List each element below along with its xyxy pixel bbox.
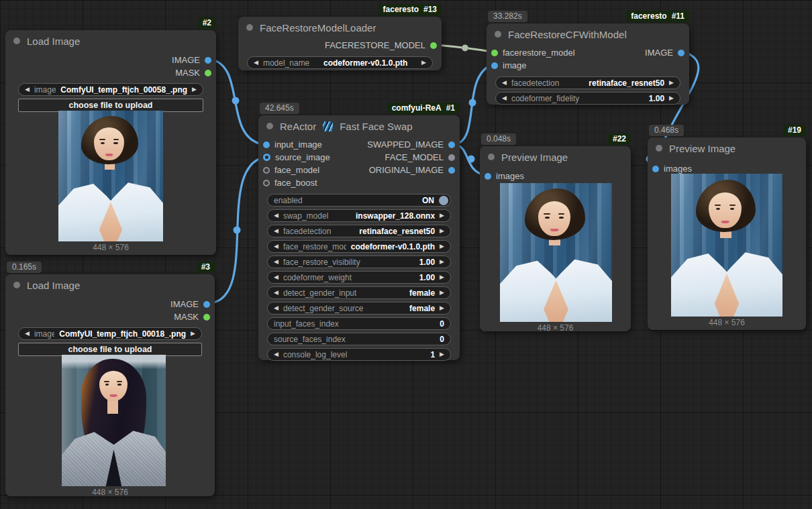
- prev-arrow-icon[interactable]: ◀: [25, 331, 30, 337]
- node-preview-image-19[interactable]: 0.468s #19 Preview Image images: [648, 137, 806, 330]
- node-load-image-2[interactable]: #2 Load Image IMAGE MASK ◀ image: [5, 30, 216, 255]
- node-title-bar[interactable]: Preview Image: [648, 137, 806, 158]
- output-port-icon[interactable]: [678, 50, 684, 56]
- next-arrow-icon[interactable]: ▶: [440, 243, 444, 249]
- node-title-bar[interactable]: FaceRestoreModelLoader: [238, 17, 442, 37]
- collapse-dot-icon[interactable]: [488, 154, 495, 160]
- input-port-icon[interactable]: [263, 180, 270, 186]
- input-face-model[interactable]: face_model: [258, 165, 319, 175]
- collapse-dot-icon[interactable]: [656, 145, 662, 152]
- wire-midpoint-dot[interactable]: [234, 227, 241, 234]
- toggle-knob-icon[interactable]: [439, 196, 448, 205]
- wire-midpoint-dot[interactable]: [468, 156, 475, 163]
- prev-arrow-icon[interactable]: ◀: [274, 213, 278, 219]
- input-face-boost[interactable]: face_boost: [258, 178, 317, 188]
- node-graph-canvas[interactable]: #2 Load Image IMAGE MASK ◀ image: [0, 0, 812, 509]
- next-arrow-icon[interactable]: ▶: [440, 305, 444, 311]
- prev-arrow-icon[interactable]: ◀: [502, 80, 507, 86]
- input-input-image[interactable]: input_image: [258, 139, 322, 150]
- input-facerestore-model[interactable]: facerestore_model: [487, 48, 575, 58]
- output-port-icon[interactable]: [205, 70, 211, 76]
- prev-arrow-icon[interactable]: ◀: [502, 95, 507, 101]
- input-port-icon[interactable]: [491, 62, 498, 69]
- prev-arrow-icon[interactable]: ◀: [274, 228, 278, 234]
- node-load-image-3[interactable]: 0.165s #3 Load Image IMAGE MASK ◀: [5, 274, 215, 496]
- prev-arrow-icon[interactable]: ◀: [254, 60, 258, 66]
- next-arrow-icon[interactable]: ▶: [191, 331, 195, 337]
- node-facerestore-cf-with-model[interactable]: 33.282s faceresto #11 FaceRestoreCFWithM…: [487, 23, 689, 105]
- prev-arrow-icon[interactable]: ◀: [274, 290, 278, 296]
- collapse-dot-icon[interactable]: [246, 24, 253, 31]
- facedetection-widget[interactable]: ◀ facedetection retinaface_resnet50 ▶: [495, 76, 680, 89]
- next-arrow-icon[interactable]: ▶: [440, 274, 444, 280]
- collapse-dot-icon[interactable]: [495, 31, 501, 38]
- node-reactor-fast-face-swap[interactable]: 42.645s comfyui-ReA #1 ReActor Fast Face…: [258, 115, 460, 360]
- input-images[interactable]: images: [480, 171, 524, 181]
- input-faces-index-widget[interactable]: input_faces_index 0: [267, 317, 451, 330]
- collapse-dot-icon[interactable]: [266, 123, 273, 129]
- model-name-widget[interactable]: ◀ model_name codeformer-v0.1.0.pth ▶: [247, 56, 433, 69]
- prev-arrow-icon[interactable]: ◀: [274, 259, 278, 265]
- output-face-model[interactable]: FACE_MODEL: [385, 152, 460, 162]
- output-swapped-image[interactable]: SWAPPED_IMAGE: [367, 139, 460, 150]
- output-port-icon[interactable]: [203, 314, 210, 321]
- next-arrow-icon[interactable]: ▶: [440, 351, 444, 357]
- node-facerestore-model-loader[interactable]: faceresto #13 FaceRestoreModelLoader FAC…: [238, 17, 442, 70]
- next-arrow-icon[interactable]: ▶: [669, 80, 674, 86]
- node-title-bar[interactable]: ReActor Fast Face Swap: [258, 115, 460, 135]
- detect-gender-input-widget[interactable]: ◀ detect_gender_input female ▶: [267, 286, 451, 299]
- facedetection-widget[interactable]: ◀ facedetection retinaface_resnet50 ▶: [267, 225, 451, 237]
- face-restore-visibility-widget[interactable]: ◀ face_restore_visibility 1.00 ▶: [267, 256, 451, 268]
- prev-arrow-icon[interactable]: ◀: [274, 351, 278, 357]
- collapse-dot-icon[interactable]: [13, 38, 20, 44]
- enabled-toggle-widget[interactable]: enabled ON: [267, 194, 451, 207]
- face-restore-model-widget[interactable]: ◀ face_restore_model codeformer-v0.1.0.p…: [267, 240, 451, 253]
- output-port-icon[interactable]: [448, 167, 455, 174]
- output-facerestore-model[interactable]: FACERESTORE_MODEL: [325, 40, 442, 50]
- image-filename-widget[interactable]: ◀ image ComfyUI_temp_ftjch_00018_.png ▶: [18, 327, 202, 340]
- next-arrow-icon[interactable]: ▶: [669, 95, 674, 101]
- output-port-icon[interactable]: [205, 57, 211, 64]
- output-original-image[interactable]: ORIGINAL_IMAGE: [369, 165, 460, 175]
- output-image[interactable]: IMAGE: [172, 55, 216, 65]
- input-image[interactable]: image: [487, 60, 526, 70]
- next-arrow-icon[interactable]: ▶: [440, 290, 444, 296]
- codeformer-weight-widget[interactable]: ◀ codeformer_weight 1.00 ▶: [267, 271, 451, 284]
- image-filename-widget[interactable]: ◀ image ComfyUI_temp_ftjch_00058_.png ▶: [18, 83, 203, 96]
- node-title-bar[interactable]: Preview Image: [480, 146, 631, 166]
- prev-arrow-icon[interactable]: ◀: [274, 305, 278, 311]
- output-port-icon[interactable]: [448, 142, 455, 148]
- next-arrow-icon[interactable]: ▶: [440, 228, 444, 234]
- input-source-image[interactable]: source_image: [258, 152, 330, 162]
- prev-arrow-icon[interactable]: ◀: [274, 274, 278, 280]
- prev-arrow-icon[interactable]: ◀: [274, 243, 278, 249]
- wire-midpoint-dot[interactable]: [232, 97, 240, 105]
- node-title-bar[interactable]: Load Image: [5, 274, 215, 294]
- input-port-icon[interactable]: [491, 50, 498, 56]
- source-faces-index-widget[interactable]: source_faces_index 0: [267, 333, 451, 345]
- next-arrow-icon[interactable]: ▶: [440, 259, 444, 265]
- choose-file-button[interactable]: choose file to upload: [18, 99, 203, 112]
- input-port-icon[interactable]: [263, 142, 270, 148]
- wire-midpoint-dot[interactable]: [469, 99, 476, 107]
- codeformer-fidelity-widget[interactable]: ◀ codeformer_fidelity 1.00 ▶: [495, 92, 680, 105]
- detect-gender-source-widget[interactable]: ◀ detect_gender_source female ▶: [267, 302, 451, 315]
- input-port-icon[interactable]: [263, 167, 270, 174]
- output-mask[interactable]: MASK: [175, 68, 216, 78]
- console-log-level-widget[interactable]: ◀ console_log_level 1 ▶: [267, 348, 451, 361]
- collapse-dot-icon[interactable]: [13, 282, 20, 288]
- output-port-icon[interactable]: [203, 301, 210, 308]
- node-title-bar[interactable]: FaceRestoreCFWithModel: [487, 23, 689, 44]
- next-arrow-icon[interactable]: ▶: [421, 60, 426, 66]
- node-title-bar[interactable]: Load Image: [5, 30, 216, 50]
- next-arrow-icon[interactable]: ▶: [192, 87, 197, 93]
- node-preview-image-22[interactable]: 0.048s #22 Preview Image images: [480, 146, 631, 331]
- input-images[interactable]: images: [648, 164, 692, 174]
- prev-arrow-icon[interactable]: ◀: [25, 87, 30, 93]
- swap-model-widget[interactable]: ◀ swap_model inswapper_128.onnx ▶: [267, 209, 451, 222]
- output-image[interactable]: IMAGE: [645, 48, 689, 58]
- input-port-icon[interactable]: [652, 166, 659, 172]
- input-port-icon[interactable]: [485, 173, 491, 180]
- next-arrow-icon[interactable]: ▶: [440, 213, 444, 219]
- output-mask[interactable]: MASK: [174, 312, 215, 322]
